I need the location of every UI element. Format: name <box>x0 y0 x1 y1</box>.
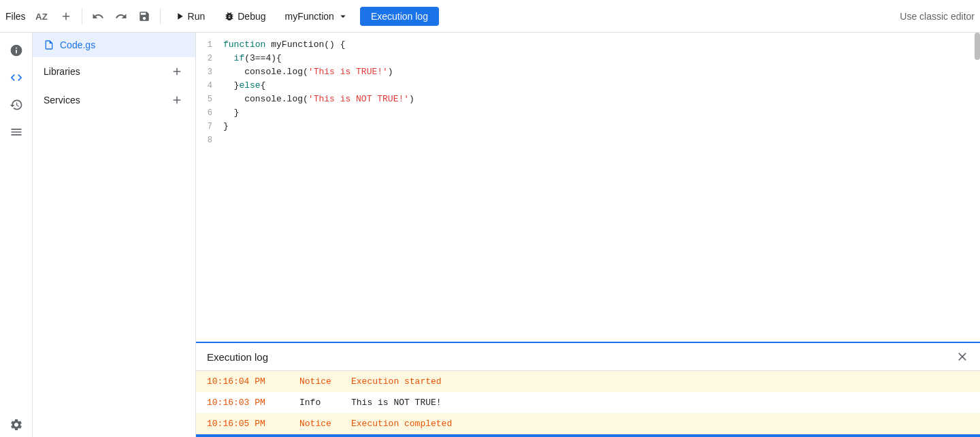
save-button[interactable] <box>134 6 154 27</box>
execution-log-title: Execution log <box>207 351 268 363</box>
line-number-3: 3 <box>196 65 223 79</box>
log-message-1: Execution started <box>351 376 442 387</box>
log-message-3: Execution completed <box>351 419 452 429</box>
line-number-6: 6 <box>196 106 223 120</box>
add-file-button[interactable] <box>56 6 76 27</box>
svg-text:AZ: AZ <box>35 12 48 22</box>
line-content-7: } <box>223 120 980 133</box>
add-library-button[interactable] <box>169 64 184 79</box>
code-line-8: 8 <box>196 133 980 147</box>
line-content-3: console.log('This is TRUE!') <box>223 65 980 79</box>
divider-2 <box>160 8 161 25</box>
log-level-1: Notice <box>299 376 340 387</box>
line-content-5: console.log('This is NOT TRUE!') <box>223 93 980 106</box>
editor-area: 1 function myFunction() { 2 if(3==4){ 3 … <box>196 33 980 437</box>
scrollbar[interactable] <box>975 33 980 60</box>
code-line-3: 3 console.log('This is TRUE!') <box>196 65 980 79</box>
sidebar-item-libraries[interactable]: Libraries <box>33 57 195 86</box>
settings-icon-button[interactable] <box>4 412 29 437</box>
line-number-4: 4 <box>196 79 223 93</box>
debug-button[interactable]: Debug <box>216 7 274 26</box>
run-button[interactable]: Run <box>166 7 214 26</box>
debug-label: Debug <box>238 11 265 22</box>
use-classic-editor-button[interactable]: Use classic editor <box>900 11 975 22</box>
line-content-1: function myFunction() { <box>223 38 980 52</box>
services-label: Services <box>44 95 80 106</box>
files-label: Files <box>5 11 26 22</box>
main-content: Code.gs Libraries Services 1 function my… <box>0 33 980 437</box>
execution-log-close-button[interactable] <box>956 350 969 363</box>
line-content-2: if(3==4){ <box>223 52 980 65</box>
log-timestamp-1: 10:16:04 PM <box>207 376 289 387</box>
line-content-6: } <box>223 106 980 120</box>
run-label: Run <box>188 11 206 22</box>
sidebar-item-code-gs[interactable]: Code.gs <box>33 33 195 57</box>
execution-log-header: Execution log <box>196 343 980 371</box>
bottom-bar <box>196 434 980 437</box>
log-timestamp-3: 10:16:05 PM <box>207 419 289 429</box>
log-level-2: Info <box>299 398 340 408</box>
code-line-4: 4 }else{ <box>196 79 980 93</box>
log-entry-1: 10:16:04 PM Notice Execution started <box>196 371 980 392</box>
sidebar-item-services[interactable]: Services <box>33 86 195 114</box>
log-entry-2: 10:16:03 PM Info This is NOT TRUE! <box>196 392 980 413</box>
sidebar-file-name: Code.gs <box>60 39 95 50</box>
line-number-7: 7 <box>196 120 223 133</box>
execution-log-button[interactable]: Execution log <box>360 7 439 26</box>
code-icon-button[interactable] <box>4 65 29 90</box>
sidebar: Code.gs Libraries Services <box>33 33 196 437</box>
code-line-6: 6 } <box>196 106 980 120</box>
log-entry-3: 10:16:05 PM Notice Execution completed <box>196 413 980 434</box>
function-selector[interactable]: myFunction <box>277 6 357 27</box>
line-number-1: 1 <box>196 38 223 52</box>
log-level-3: Notice <box>299 419 340 429</box>
line-number-8: 8 <box>196 133 223 147</box>
libraries-label: Libraries <box>44 66 80 77</box>
execution-log-entries: 10:16:04 PM Notice Execution started 10:… <box>196 371 980 434</box>
line-content-4: }else{ <box>223 79 980 93</box>
info-icon-button[interactable] <box>4 38 29 63</box>
triggers-icon-button[interactable] <box>4 120 29 144</box>
code-line-7: 7 } <box>196 120 980 133</box>
history-icon-button[interactable] <box>4 93 29 117</box>
code-line-5: 5 console.log('This is NOT TRUE!') <box>196 93 980 106</box>
undo-button[interactable] <box>88 6 108 27</box>
icon-strip <box>0 33 33 437</box>
function-name: myFunction <box>285 11 334 22</box>
code-editor[interactable]: 1 function myFunction() { 2 if(3==4){ 3 … <box>196 33 980 342</box>
toolbar: Files AZ Run Debug myFunction Execution … <box>0 0 980 33</box>
line-number-5: 5 <box>196 93 223 106</box>
code-line-2: 2 if(3==4){ <box>196 52 980 65</box>
log-message-2: This is NOT TRUE! <box>351 398 442 408</box>
redo-button[interactable] <box>111 6 131 27</box>
add-service-button[interactable] <box>169 93 184 108</box>
code-line-1: 1 function myFunction() { <box>196 38 980 52</box>
execution-log-panel: Execution log 10:16:04 PM Notice Executi… <box>196 342 980 434</box>
divider-1 <box>82 8 82 25</box>
log-timestamp-2: 10:16:03 PM <box>207 398 289 408</box>
sort-icon-button[interactable]: AZ <box>31 5 53 27</box>
line-number-2: 2 <box>196 52 223 65</box>
